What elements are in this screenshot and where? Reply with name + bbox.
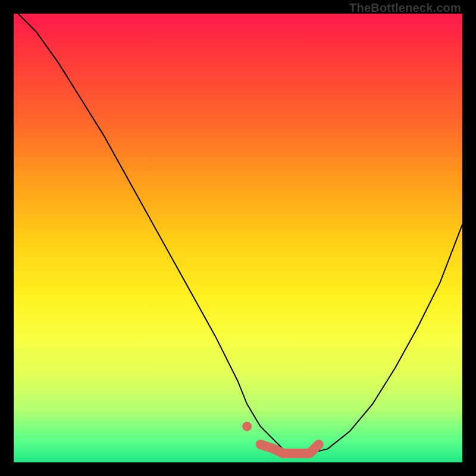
highlight-dot bbox=[242, 422, 252, 431]
bottleneck-curve bbox=[18, 14, 463, 453]
chart-frame: TheBottleneck.com bbox=[0, 0, 476, 476]
highlight-segment bbox=[261, 444, 319, 453]
credit-text: TheBottleneck.com bbox=[349, 1, 461, 15]
curve-overlay bbox=[14, 14, 462, 462]
